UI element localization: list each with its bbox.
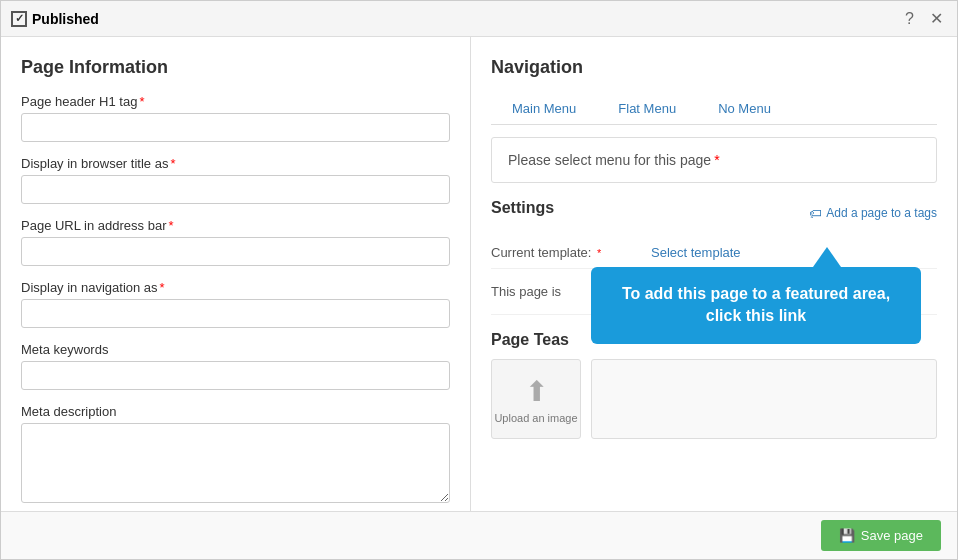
footer: 💾 Save page <box>1 511 957 559</box>
label-meta-description: Meta description <box>21 404 450 419</box>
published-label: Published <box>32 11 99 27</box>
left-panel: Page Information Page header H1 tag* Dis… <box>1 37 471 511</box>
published-checkbox[interactable]: ✓ Published <box>11 11 99 27</box>
save-button[interactable]: 💾 Save page <box>821 520 941 551</box>
label-nav-display: Display in navigation as* <box>21 280 450 295</box>
input-url[interactable] <box>21 237 450 266</box>
tooltip-callout: To add this page to a featured area, cli… <box>591 267 921 344</box>
menu-notice: Please select menu for this page* <box>491 137 937 183</box>
close-button[interactable]: ✕ <box>926 7 947 30</box>
page-information-title: Page Information <box>21 57 450 78</box>
input-nav-display[interactable] <box>21 299 450 328</box>
teaser-text-box <box>591 359 937 439</box>
main-content: Page Information Page header H1 tag* Dis… <box>1 37 957 511</box>
label-h1: Page header H1 tag* <box>21 94 450 109</box>
save-icon: 💾 <box>839 528 855 543</box>
main-window: ✓ Published ? ✕ Page Information Page he… <box>0 0 958 560</box>
settings-header: Settings 🏷 Add a page to a tags <box>491 199 937 227</box>
upload-image-box[interactable]: ⬆ Upload an image <box>491 359 581 439</box>
navigation-tabs: Main Menu Flat Menu No Menu <box>491 92 937 125</box>
tooltip-arrow <box>813 247 841 267</box>
form-group-h1: Page header H1 tag* <box>21 94 450 142</box>
title-bar-actions: ? ✕ <box>901 7 947 30</box>
navigation-title: Navigation <box>491 57 937 78</box>
input-browser-title[interactable] <box>21 175 450 204</box>
input-meta-keywords[interactable] <box>21 361 450 390</box>
tab-no-menu[interactable]: No Menu <box>697 92 792 124</box>
settings-title: Settings <box>491 199 554 217</box>
input-h1[interactable] <box>21 113 450 142</box>
tab-flat-menu[interactable]: Flat Menu <box>597 92 697 124</box>
select-template-link[interactable]: Select template <box>651 245 741 260</box>
tab-main-menu[interactable]: Main Menu <box>491 92 597 124</box>
label-browser-title: Display in browser title as* <box>21 156 450 171</box>
form-group-nav-display: Display in navigation as* <box>21 280 450 328</box>
form-group-meta-description: Meta description <box>21 404 450 506</box>
checkbox-icon: ✓ <box>11 11 27 27</box>
page-teaser-section: Page Teas ⬆ Upload an image <box>491 331 937 439</box>
add-tag-link[interactable]: 🏷 Add a page to a tags <box>809 206 937 221</box>
help-button[interactable]: ? <box>901 8 918 30</box>
teaser-content: ⬆ Upload an image <box>491 359 937 439</box>
tag-icon: 🏷 <box>809 206 822 221</box>
upload-text: Upload an image <box>494 412 577 424</box>
right-panel: Navigation Main Menu Flat Menu No Menu P… <box>471 37 957 511</box>
form-group-browser-title: Display in browser title as* <box>21 156 450 204</box>
title-bar: ✓ Published ? ✕ <box>1 1 957 37</box>
settings-row-template: Current template: * Select template <box>491 237 937 269</box>
settings-value-template: Select template <box>651 245 937 260</box>
form-group-url: Page URL in address bar* <box>21 218 450 266</box>
title-bar-left: ✓ Published <box>11 11 99 27</box>
form-group-meta-keywords: Meta keywords <box>21 342 450 390</box>
upload-icon: ⬆ <box>525 375 548 408</box>
input-meta-description[interactable] <box>21 423 450 503</box>
label-url: Page URL in address bar* <box>21 218 450 233</box>
label-meta-keywords: Meta keywords <box>21 342 450 357</box>
settings-label-template: Current template: * <box>491 245 651 260</box>
